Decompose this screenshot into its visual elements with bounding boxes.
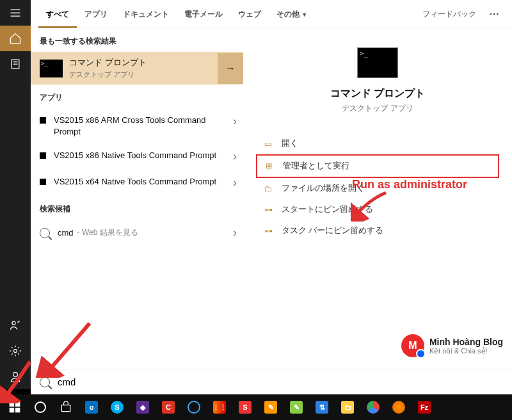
app-icon: [40, 117, 46, 124]
chevron-right-icon: ›: [233, 226, 237, 239]
taskbar: o S ◆ C ⋮⋮ S ✎ ✎ ⇅ 🗀 Fz: [0, 394, 512, 420]
preview-sub: デスクトップ アプリ: [342, 103, 413, 114]
tab-documents[interactable]: ドキュメント: [115, 0, 177, 28]
app-result[interactable]: VS2015 x64 Native Tools Command Prompt ›: [31, 170, 243, 196]
best-match-title: コマンド プロンプト: [69, 57, 215, 69]
chevron-right-icon: ›: [233, 150, 237, 163]
annotation-arrow-icon: [0, 359, 33, 403]
tab-web[interactable]: ウェブ: [230, 0, 269, 28]
rail-list[interactable]: [0, 51, 31, 77]
taskbar-app1[interactable]: [182, 397, 206, 417]
watermark-name: Minh Hoàng Blog: [429, 337, 503, 347]
taskbar-firefox[interactable]: [387, 397, 411, 417]
tab-email[interactable]: 電子メール: [177, 0, 230, 28]
search-panel: すべて アプリ ドキュメント 電子メール ウェブ その他 ▼ フィードバック ⋯…: [31, 0, 512, 389]
taskbar-skype[interactable]: S: [105, 397, 129, 417]
annotation-arrow-icon: [351, 190, 389, 222]
app-result[interactable]: VS2015 x86 ARM Cross Tools Command Promp…: [31, 108, 243, 143]
taskbar-screenpresso[interactable]: ✎: [259, 397, 283, 417]
taskbar-filezilla[interactable]: Fz: [412, 397, 436, 417]
rail-home[interactable]: [0, 26, 31, 51]
section-apps: アプリ: [31, 85, 243, 108]
svg-rect-7: [15, 408, 20, 413]
action-open[interactable]: ▭ 開く: [256, 133, 499, 154]
section-suggestions: 検索候補: [31, 196, 243, 220]
tab-more[interactable]: その他 ▼: [269, 0, 315, 28]
action-run-admin[interactable]: ⛨ 管理者として実行: [256, 154, 499, 178]
start-rail: [0, 0, 31, 389]
tab-apps[interactable]: アプリ: [77, 0, 115, 28]
search-icon: [40, 228, 50, 238]
taskbar-visualstudio[interactable]: ◆: [131, 397, 155, 417]
pin-icon: ⊶: [262, 205, 274, 215]
cmd-icon: [40, 60, 63, 77]
annotation-arrow-icon: [32, 320, 96, 378]
svg-point-1: [12, 321, 15, 325]
action-pin-taskbar[interactable]: ⊶ タスク バーにピン留めする: [256, 220, 499, 241]
app-icon: [40, 152, 46, 159]
app-title: VS2015 x64 Native Tools Command Prompt: [54, 176, 233, 188]
app-title: VS2015 x86 Native Tools Command Prompt: [54, 150, 233, 161]
tab-all[interactable]: すべて: [38, 0, 77, 28]
suggestion-term: cmd: [58, 228, 74, 238]
preview-title: コマンド プロンプト: [330, 87, 425, 101]
preview-icon: [357, 47, 398, 78]
app-icon: [40, 179, 46, 185]
taskbar-snagit[interactable]: S: [233, 397, 257, 417]
search-input[interactable]: [58, 376, 503, 387]
app-result[interactable]: VS2015 x86 Native Tools Command Prompt ›: [31, 143, 243, 170]
admin-icon: ⛨: [264, 161, 275, 172]
best-match-cmd[interactable]: コマンド プロンプト デスクトップ アプリ →: [31, 52, 243, 85]
watermark-tagline: Kết nối & Chia sẻ!: [429, 347, 503, 355]
app-title: VS2015 x86 ARM Cross Tools Command Promp…: [54, 115, 233, 137]
open-icon: ▭: [262, 139, 274, 149]
taskbar-chrome[interactable]: [361, 397, 385, 417]
watermark: M Minh Hoàng Blog Kết nối & Chia sẻ!: [401, 334, 503, 357]
svg-point-2: [14, 350, 17, 353]
folder-icon: 🗀: [262, 184, 274, 194]
best-match-arrow[interactable]: →: [218, 53, 243, 84]
pin-icon: ⊶: [262, 226, 274, 236]
rail-menu[interactable]: [0, 0, 31, 26]
taskbar-outlook[interactable]: o: [79, 397, 104, 417]
watermark-logo: M: [401, 334, 424, 357]
taskbar-listary[interactable]: ⋮⋮: [207, 397, 232, 417]
suggestion-hint: - Web 結果を見る: [77, 227, 138, 238]
svg-rect-6: [10, 408, 15, 413]
taskbar-store[interactable]: [54, 397, 78, 417]
tab-feedback[interactable]: フィードバック: [415, 0, 484, 28]
search-bar: [31, 369, 512, 394]
best-match-sub: デスクトップ アプリ: [69, 70, 215, 79]
section-best-match: 最も一致する検索結果: [31, 28, 243, 52]
chevron-right-icon: ›: [233, 176, 237, 190]
chevron-right-icon: ›: [233, 115, 237, 128]
taskbar-notepadpp[interactable]: ✎: [284, 397, 308, 417]
web-suggestion[interactable]: cmd - Web 結果を見る ›: [31, 220, 243, 246]
taskbar-winscp[interactable]: ⇅: [310, 397, 334, 417]
rail-people[interactable]: [0, 312, 31, 338]
taskbar-explorer[interactable]: 🗀: [335, 397, 360, 417]
search-icon: [40, 377, 50, 387]
search-tabs: すべて アプリ ドキュメント 電子メール ウェブ その他 ▼ フィードバック ⋯: [31, 0, 512, 28]
tab-ellipsis[interactable]: ⋯: [484, 0, 504, 28]
taskbar-ccleaner[interactable]: C: [156, 397, 180, 417]
